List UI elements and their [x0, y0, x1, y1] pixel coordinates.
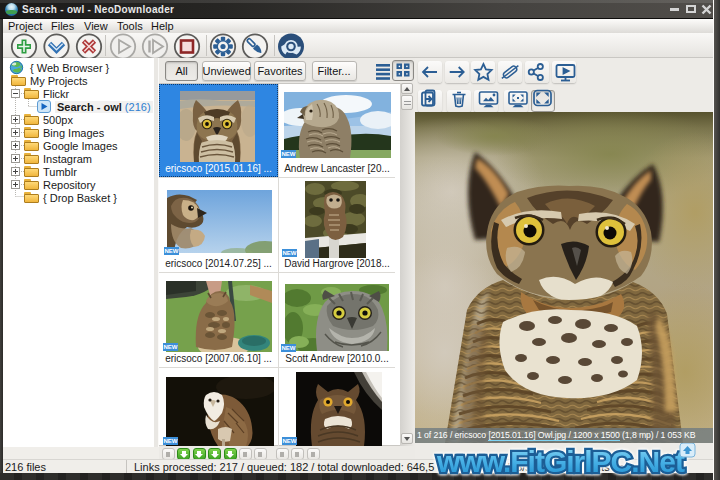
svg-text:www.FitGirlPC.Net: www.FitGirlPC.Net — [436, 445, 685, 478]
